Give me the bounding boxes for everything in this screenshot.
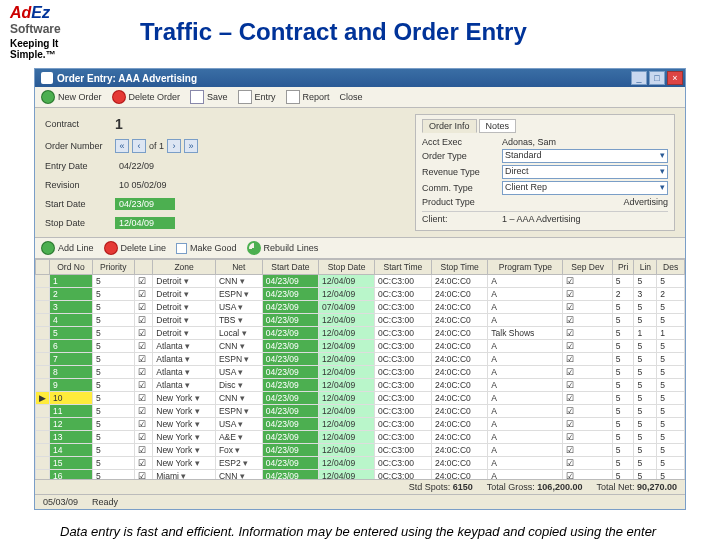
cell[interactable]: CNN xyxy=(215,392,262,405)
cell[interactable]: 0C:C3:00 xyxy=(374,353,431,366)
cell[interactable]: Detroit xyxy=(153,327,216,340)
cell[interactable]: 5 xyxy=(657,353,685,366)
pager-first-icon[interactable]: « xyxy=(115,139,129,153)
cell[interactable] xyxy=(36,366,50,379)
cell[interactable]: ▶ xyxy=(36,392,50,405)
cell[interactable]: 10 xyxy=(50,392,93,405)
cell[interactable]: Local xyxy=(215,327,262,340)
cell[interactable]: 5 xyxy=(92,366,134,379)
cell[interactable]: 0C:C3:00 xyxy=(374,366,431,379)
cell[interactable] xyxy=(36,457,50,470)
cell[interactable]: 04/23/09 xyxy=(262,275,318,288)
cell[interactable]: A xyxy=(488,470,563,480)
cell[interactable]: 5 xyxy=(92,431,134,444)
cell[interactable]: 0C:C3:00 xyxy=(374,275,431,288)
cell[interactable]: Detroit xyxy=(153,314,216,327)
cell[interactable]: 0C:C3:00 xyxy=(374,457,431,470)
cell[interactable]: 0C:C3:00 xyxy=(374,379,431,392)
cell[interactable]: 24:0C:C0 xyxy=(431,418,487,431)
cell[interactable]: 24:0C:C0 xyxy=(431,379,487,392)
cell[interactable]: A xyxy=(488,418,563,431)
cell[interactable]: 6 xyxy=(50,340,93,353)
cell[interactable]: A xyxy=(488,340,563,353)
cell[interactable]: 04/23/09 xyxy=(262,470,318,480)
cell[interactable]: ☑ xyxy=(563,379,612,392)
cell[interactable]: ESPN xyxy=(215,353,262,366)
cell[interactable] xyxy=(36,470,50,480)
cell[interactable]: 12/04/09 xyxy=(319,288,375,301)
cell[interactable]: 5 xyxy=(634,301,657,314)
cell[interactable]: 2 xyxy=(657,288,685,301)
maximize-button[interactable]: □ xyxy=(649,71,665,85)
cell[interactable]: ☑ xyxy=(134,366,153,379)
cell[interactable]: 1 xyxy=(50,275,93,288)
cell[interactable]: ☑ xyxy=(134,405,153,418)
cell[interactable]: 5 xyxy=(612,418,634,431)
cell[interactable]: 24:0C:C0 xyxy=(431,275,487,288)
stop-date-field[interactable]: 12/04/09 xyxy=(115,217,175,229)
cell[interactable]: 12/04/09 xyxy=(319,444,375,457)
cell[interactable]: 04/23/09 xyxy=(262,314,318,327)
cell[interactable]: New York xyxy=(153,431,216,444)
entry-button[interactable]: Entry xyxy=(238,90,276,104)
cell[interactable]: 5 xyxy=(612,327,634,340)
cell[interactable]: 0C:C3:00 xyxy=(374,288,431,301)
cell[interactable]: 5 xyxy=(612,457,634,470)
cell[interactable] xyxy=(36,405,50,418)
cell[interactable]: 04/23/09 xyxy=(262,431,318,444)
table-row[interactable]: 35☑DetroitUSA04/23/0907/04/090C:C3:0024:… xyxy=(36,301,685,314)
tab-order-info[interactable]: Order Info xyxy=(422,119,477,133)
cell[interactable]: 5 xyxy=(634,353,657,366)
cell[interactable]: 12/04/09 xyxy=(319,353,375,366)
cell[interactable]: 5 xyxy=(612,405,634,418)
cell[interactable] xyxy=(36,444,50,457)
column-header[interactable]: Sep Dev xyxy=(563,260,612,275)
cell[interactable]: Talk Shows xyxy=(488,327,563,340)
cell[interactable]: 5 xyxy=(634,470,657,480)
cell[interactable]: 24:0C:C0 xyxy=(431,353,487,366)
cell[interactable]: 5 xyxy=(612,392,634,405)
cell[interactable]: ☑ xyxy=(563,314,612,327)
add-line-button[interactable]: Add Line xyxy=(41,241,94,255)
cell[interactable]: New York xyxy=(153,392,216,405)
cell[interactable]: 5 xyxy=(92,275,134,288)
make-good-button[interactable]: Make Good xyxy=(176,243,237,254)
cell[interactable]: 0C:C3:00 xyxy=(374,431,431,444)
cell[interactable]: 5 xyxy=(612,444,634,457)
cell[interactable]: 04/23/09 xyxy=(262,327,318,340)
cell[interactable]: 5 xyxy=(92,457,134,470)
table-row[interactable]: 15☑DetroitCNN04/23/0912/04/090C:C3:0024:… xyxy=(36,275,685,288)
cell[interactable]: ☑ xyxy=(134,457,153,470)
cell[interactable]: New York xyxy=(153,457,216,470)
cell[interactable]: 5 xyxy=(612,366,634,379)
cell[interactable]: A xyxy=(488,431,563,444)
cell[interactable]: 5 xyxy=(634,275,657,288)
cell[interactable]: 5 xyxy=(612,470,634,480)
cell[interactable]: 11 xyxy=(50,405,93,418)
cell[interactable]: ☑ xyxy=(563,275,612,288)
cell[interactable]: 5 xyxy=(612,431,634,444)
column-header[interactable]: Stop Date xyxy=(319,260,375,275)
cell[interactable]: 3 xyxy=(50,301,93,314)
cell[interactable]: 12/04/09 xyxy=(319,457,375,470)
cell[interactable]: 5 xyxy=(634,444,657,457)
start-date-field[interactable]: 04/23/09 xyxy=(115,198,175,210)
new-order-button[interactable]: New Order xyxy=(41,90,102,104)
cell[interactable]: 24:0C:C0 xyxy=(431,457,487,470)
cell[interactable]: New York xyxy=(153,444,216,457)
close-button[interactable]: × xyxy=(667,71,683,85)
cell[interactable]: 5 xyxy=(612,353,634,366)
cell[interactable]: 0C:C3:00 xyxy=(374,327,431,340)
cell[interactable]: 12/04/09 xyxy=(319,418,375,431)
cell[interactable]: 8 xyxy=(50,366,93,379)
cell[interactable]: 5 xyxy=(657,379,685,392)
cell[interactable]: ☑ xyxy=(134,418,153,431)
cell[interactable]: 5 xyxy=(92,418,134,431)
delete-line-button[interactable]: Delete Line xyxy=(104,241,167,255)
table-row[interactable]: 135☑New YorkA&E04/23/0912/04/090C:C3:002… xyxy=(36,431,685,444)
cell[interactable]: A xyxy=(488,288,563,301)
cell[interactable]: 7 xyxy=(50,353,93,366)
cell[interactable]: ESPN xyxy=(215,288,262,301)
lines-grid[interactable]: Ord NoPriorityZoneNetStart DateStop Date… xyxy=(35,259,685,479)
cell[interactable]: ☑ xyxy=(563,353,612,366)
